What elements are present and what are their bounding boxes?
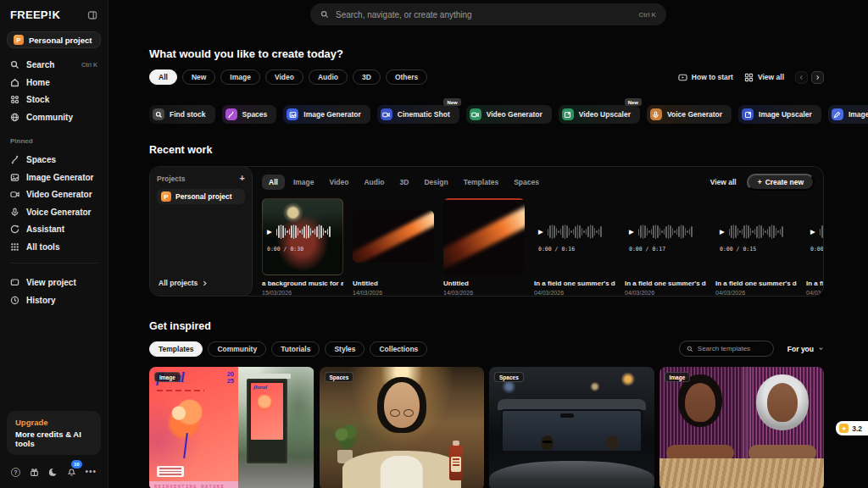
tab-audio[interactable]: Audio bbox=[357, 175, 391, 190]
media-type-badge: Spaces bbox=[325, 372, 354, 382]
project-selector[interactable]: P Personal project bbox=[7, 31, 101, 48]
pinned-label: Pinned bbox=[0, 125, 108, 148]
sidebar-item-image-generator[interactable]: Image Generator bbox=[0, 169, 108, 186]
sidebar-item-stock[interactable]: Stock bbox=[0, 92, 108, 108]
upgrade-card[interactable]: Upgrade More credits & AI tools bbox=[7, 411, 101, 455]
tool-chip-video-upscaler[interactable]: New Video Upscaler bbox=[559, 105, 640, 124]
project-list-item[interactable]: P Personal project bbox=[157, 189, 245, 204]
how-to-start-link[interactable]: How to start bbox=[678, 73, 733, 82]
recent-item-audio[interactable]: ▶ 0:00 / 0:16 In a field one summer's da… bbox=[806, 198, 823, 296]
play-icon[interactable]: ▶ bbox=[720, 229, 725, 236]
chevron-right-icon[interactable] bbox=[811, 71, 824, 84]
sort-dropdown[interactable]: For you bbox=[787, 345, 824, 353]
filter-chip-all[interactable]: All bbox=[149, 69, 177, 85]
play-icon[interactable]: ▶ bbox=[267, 229, 272, 236]
tab-3d[interactable]: 3D bbox=[393, 175, 416, 190]
tool-chip-image-upscaler[interactable]: Image Upscaler bbox=[738, 105, 821, 124]
tab-tutorials[interactable]: Tutorials bbox=[271, 341, 320, 357]
rating-widget[interactable]: ★ 3.2 bbox=[836, 421, 868, 435]
tab-image[interactable]: Image bbox=[287, 175, 321, 190]
play-icon[interactable]: ▶ bbox=[629, 229, 634, 236]
tool-chip-spaces[interactable]: Spaces bbox=[222, 105, 277, 124]
shortcut-hint: Ctrl K bbox=[639, 11, 656, 19]
tool-chip-video-generator[interactable]: Video Generator bbox=[466, 105, 552, 124]
recent-item-title: In a field one summer's day, ... bbox=[625, 280, 706, 287]
filter-chip-3d[interactable]: 3D bbox=[353, 69, 381, 85]
audio-thumbnail: ▶ 0:00 / 0:17 bbox=[625, 198, 706, 275]
play-icon[interactable]: ▶ bbox=[810, 229, 815, 236]
tab-community[interactable]: Community bbox=[208, 341, 266, 357]
sidebar-collapse-icon[interactable] bbox=[87, 10, 97, 20]
tool-chip-cinematic-shot[interactable]: New Cinematic Shot bbox=[377, 105, 459, 124]
tab-design[interactable]: Design bbox=[417, 175, 454, 190]
recent-item-date: 04/03/2026 bbox=[625, 290, 706, 296]
recent-item-audio[interactable]: ▶ 0:00 / 0:17 In a field one summer's da… bbox=[625, 198, 706, 296]
gift-icon[interactable] bbox=[30, 468, 39, 477]
recent-item-image[interactable]: Untitled 14/03/2026 bbox=[443, 198, 525, 296]
audio-artwork: ▶ 0:00 / 0:30 bbox=[262, 198, 343, 275]
tool-chip-image-generator[interactable]: Image Generator bbox=[283, 105, 370, 124]
tool-chip-image-editor[interactable]: Image Editor bbox=[828, 105, 868, 124]
freepik-logo: FREEP!K bbox=[10, 8, 60, 21]
template-card-ugc-video[interactable]: Spaces UGC Video bbox=[320, 367, 485, 488]
recent-item-image[interactable]: Untitled 14/03/2026 bbox=[353, 198, 434, 296]
global-search-input[interactable]: Search, navigate, or create anything Ctr… bbox=[310, 3, 666, 25]
sidebar-item-all-tools[interactable]: All tools bbox=[0, 239, 108, 256]
topbar: Search, navigate, or create anything Ctr… bbox=[108, 0, 868, 29]
recent-view-all-link[interactable]: View all bbox=[710, 178, 737, 186]
filter-chip-new[interactable]: New bbox=[182, 69, 215, 85]
filter-chip-audio[interactable]: Audio bbox=[309, 69, 348, 85]
sidebar-icon-row: ? 10 ••• bbox=[0, 464, 108, 480]
sidebar-item-community[interactable]: Community bbox=[0, 109, 108, 126]
template-card-mockup[interactable]: Image floral 20 25 REINVENTING NATURE bbox=[149, 367, 314, 488]
recent-item-audio-art[interactable]: ▶ 0:00 / 0:30 a background music for a c… bbox=[262, 198, 343, 296]
more-options-icon[interactable]: ••• bbox=[85, 470, 97, 474]
create-new-button[interactable]: + Create new bbox=[747, 174, 815, 191]
notification-count-badge: 10 bbox=[71, 460, 82, 469]
play-icon[interactable]: ▶ bbox=[538, 229, 543, 236]
tab-collections[interactable]: Collections bbox=[370, 341, 427, 357]
filter-chip-others[interactable]: Others bbox=[386, 69, 427, 85]
stock-icon bbox=[10, 95, 19, 104]
notifications-button[interactable]: 10 bbox=[67, 464, 76, 480]
recent-item-title: Untitled bbox=[443, 280, 525, 287]
tab-all[interactable]: All bbox=[262, 175, 285, 190]
tab-video[interactable]: Video bbox=[322, 175, 355, 190]
tool-chip-voice-generator[interactable]: Voice Generator bbox=[647, 105, 732, 124]
tool-chip-find-stock[interactable]: Find stock bbox=[149, 105, 215, 124]
tab-styles[interactable]: Styles bbox=[325, 341, 364, 357]
moon-icon[interactable] bbox=[48, 468, 58, 477]
get-inspired-heading: Get inspired bbox=[149, 320, 824, 332]
recent-tabs: All Image Video Audio 3D Design Template… bbox=[262, 175, 546, 190]
sidebar-item-label: Voice Generator bbox=[26, 208, 92, 217]
sidebar-item-label: Video Generator bbox=[26, 190, 92, 199]
filter-chip-image[interactable]: Image bbox=[220, 69, 260, 85]
search-icon bbox=[687, 346, 693, 352]
sidebar-item-home[interactable]: Home bbox=[0, 75, 108, 92]
template-card-change-age[interactable]: Image Change age bbox=[659, 367, 825, 488]
sidebar-item-voice-generator[interactable]: Voice Generator bbox=[0, 204, 108, 221]
view-all-tools-link[interactable]: View all bbox=[744, 73, 784, 82]
tab-templates[interactable]: Templates bbox=[457, 175, 505, 190]
upgrade-subtitle: More credits & AI tools bbox=[15, 430, 92, 448]
image-icon bbox=[287, 108, 298, 120]
template-card-insert-characters[interactable]: Spaces Insert characters into shots bbox=[489, 367, 654, 488]
sidebar-item-video-generator[interactable]: Video Generator bbox=[0, 186, 108, 203]
sidebar-pinned: Spaces Image Generator Video Generator V… bbox=[0, 152, 108, 255]
tab-spaces[interactable]: Spaces bbox=[507, 175, 546, 190]
sidebar-item-view-project[interactable]: View project bbox=[0, 274, 108, 291]
sidebar-item-spaces[interactable]: Spaces bbox=[0, 152, 108, 169]
add-project-button[interactable]: + bbox=[240, 174, 245, 183]
help-icon[interactable]: ? bbox=[11, 468, 20, 477]
sidebar-item-history[interactable]: History bbox=[0, 292, 108, 309]
recent-item-audio[interactable]: ▶ 0:00 / 0:16 In a field one summer's da… bbox=[534, 198, 615, 296]
search-templates-input[interactable]: Search templates bbox=[679, 341, 774, 357]
sidebar-item-search[interactable]: Search Ctrl K bbox=[0, 57, 108, 74]
all-projects-link[interactable]: All projects bbox=[157, 277, 245, 289]
tab-templates[interactable]: Templates bbox=[149, 341, 203, 357]
project-avatar: P bbox=[14, 35, 24, 45]
filter-chip-video[interactable]: Video bbox=[265, 69, 303, 85]
chevron-left-icon[interactable] bbox=[795, 71, 808, 84]
sidebar-item-assistant[interactable]: Assistant bbox=[0, 221, 108, 238]
recent-item-audio[interactable]: ▶ 0:00 / 0:15 In a field one summer's da… bbox=[715, 198, 797, 296]
